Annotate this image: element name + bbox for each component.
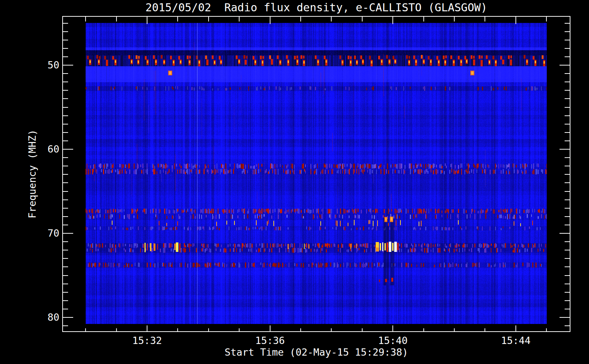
axis-tick xyxy=(63,309,68,309)
axis-tick xyxy=(565,157,570,158)
axis-tick xyxy=(565,266,570,267)
axis-tick xyxy=(565,82,570,82)
axis-tick xyxy=(85,328,86,331)
y-tick-label: 70 xyxy=(21,228,59,239)
axis-tick xyxy=(362,328,363,331)
axis-tick xyxy=(63,157,68,158)
axis-tick xyxy=(565,325,570,326)
axis-tick xyxy=(454,328,455,331)
axis-tick xyxy=(423,328,424,331)
axis-tick xyxy=(565,241,570,242)
axis-tick xyxy=(565,124,570,124)
axis-tick xyxy=(485,328,485,331)
axis-tick xyxy=(63,107,68,108)
axis-tick xyxy=(300,17,301,21)
axis-tick xyxy=(565,275,570,276)
axis-tick xyxy=(63,98,68,99)
axis-tick xyxy=(454,17,455,21)
axis-tick xyxy=(565,132,570,133)
y-tick-label: 80 xyxy=(21,312,59,323)
axis-tick xyxy=(208,328,209,331)
axis-tick xyxy=(565,31,570,32)
axis-tick xyxy=(63,174,68,175)
axis-tick xyxy=(147,325,147,331)
spectrogram-image xyxy=(86,23,547,324)
axis-tick xyxy=(63,317,73,318)
axis-tick xyxy=(565,199,570,200)
axis-tick xyxy=(63,166,68,166)
axis-tick xyxy=(565,115,570,116)
y-tick-label: 50 xyxy=(21,60,59,71)
axis-tick xyxy=(565,107,570,108)
axis-tick xyxy=(565,90,570,91)
axis-tick xyxy=(565,300,570,301)
axis-tick xyxy=(63,216,68,217)
axis-tick xyxy=(565,73,570,74)
x-axis-title: Start Time (02-May-15 15:29:38) xyxy=(62,347,570,358)
axis-tick xyxy=(63,141,68,141)
axis-tick xyxy=(565,216,570,217)
axis-tick xyxy=(560,149,570,150)
axis-tick xyxy=(560,233,570,234)
axis-tick xyxy=(63,132,68,133)
axis-tick xyxy=(565,56,570,57)
axis-tick xyxy=(85,17,86,21)
x-tick-label: 15:32 xyxy=(122,335,173,346)
axis-tick xyxy=(515,325,516,331)
axis-tick xyxy=(63,48,68,49)
axis-tick xyxy=(239,17,240,21)
axis-tick xyxy=(63,208,68,209)
axis-tick xyxy=(63,191,68,192)
axis-tick xyxy=(565,258,570,259)
axis-tick xyxy=(565,250,570,250)
axis-tick xyxy=(63,124,68,124)
chart-title: 2015/05/02 Radio flux density, e-CALLIST… xyxy=(62,1,570,14)
axis-tick xyxy=(63,284,68,284)
axis-tick xyxy=(565,225,570,225)
axis-tick xyxy=(208,17,209,21)
axis-tick xyxy=(565,182,570,183)
axis-tick xyxy=(63,225,68,225)
axis-tick xyxy=(515,17,516,24)
x-tick-label: 15:44 xyxy=(490,335,541,346)
axis-tick xyxy=(362,17,363,21)
axis-tick xyxy=(392,325,393,331)
x-tick-label: 15:36 xyxy=(245,335,296,346)
axis-tick xyxy=(485,17,485,21)
axis-tick xyxy=(63,241,68,242)
axis-tick xyxy=(63,266,68,267)
axis-tick xyxy=(63,31,68,32)
axis-tick xyxy=(63,199,68,200)
axis-tick xyxy=(63,325,68,326)
axis-tick xyxy=(63,300,68,301)
axis-tick xyxy=(63,56,68,57)
axis-tick xyxy=(565,292,570,293)
axis-tick xyxy=(546,328,547,331)
axis-tick xyxy=(63,23,68,24)
axis-tick xyxy=(565,166,570,166)
axis-tick xyxy=(63,82,68,82)
axis-tick xyxy=(565,191,570,192)
axis-tick xyxy=(63,233,73,234)
axis-tick xyxy=(177,17,178,21)
axis-tick xyxy=(63,115,68,116)
axis-tick xyxy=(63,275,68,276)
axis-tick xyxy=(63,250,68,250)
axis-tick xyxy=(565,48,570,49)
axis-tick xyxy=(63,292,68,293)
axis-tick xyxy=(63,90,68,91)
axis-tick xyxy=(565,174,570,175)
x-tick-label: 15:40 xyxy=(367,335,418,346)
axis-tick xyxy=(116,328,117,331)
axis-tick xyxy=(331,17,332,21)
axis-tick xyxy=(116,17,117,21)
axis-tick xyxy=(300,328,301,331)
axis-tick xyxy=(565,40,570,40)
axis-tick xyxy=(565,309,570,309)
axis-tick xyxy=(423,17,424,21)
axis-tick xyxy=(565,23,570,24)
axis-tick xyxy=(239,328,240,331)
axis-tick xyxy=(331,328,332,331)
axis-tick xyxy=(565,208,570,209)
axis-tick xyxy=(392,17,393,24)
